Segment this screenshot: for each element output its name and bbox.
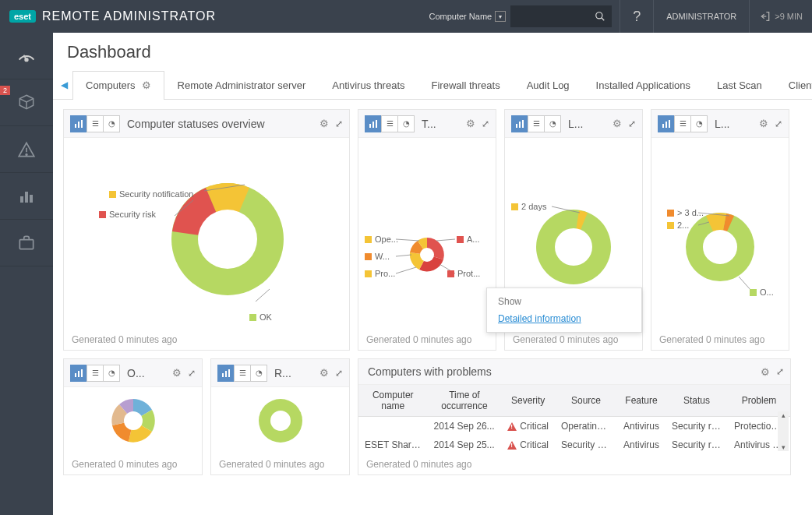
panel-title: L... (715, 118, 759, 130)
col-feature[interactable]: Feature (617, 385, 665, 417)
svg-rect-7 (20, 196, 23, 203)
admin-label[interactable]: ADMINISTRATOR (654, 12, 749, 21)
col-computer-name[interactable]: Computer name (358, 385, 428, 417)
tooltip-popup: Show Detailed information (486, 287, 642, 333)
svg-line-1 (602, 18, 605, 21)
tab-installed-apps[interactable]: Installed Applications (583, 70, 704, 99)
search-icon (595, 11, 605, 22)
svg-point-6 (26, 153, 27, 155)
chart-type-list[interactable]: ☰ (86, 365, 104, 382)
tab-scroll-left[interactable]: ◀ (56, 79, 72, 90)
svg-line-26 (436, 239, 455, 241)
col-source[interactable]: Source (555, 385, 617, 417)
donut-chart (64, 138, 349, 325)
gear-icon[interactable]: ⚙ (320, 118, 329, 129)
chart-type-pie[interactable]: ◔ (103, 365, 120, 382)
svg-rect-47 (225, 371, 227, 377)
scrollbar[interactable]: ▴▾ (778, 411, 789, 451)
panel-footer: Generated 0 minutes ago (64, 330, 349, 350)
critical-icon (507, 422, 517, 431)
chart-type-bar[interactable] (70, 115, 87, 132)
col-severity[interactable]: Severity (501, 385, 555, 417)
chart-type-pie[interactable]: ◔ (103, 115, 120, 132)
expand-icon[interactable]: ⤢ (482, 118, 489, 129)
tab-era-server[interactable]: Remote Administrator server (164, 70, 320, 99)
panel-os: ☰◔ O... ⚙⤢ (63, 358, 203, 475)
chart-type-pie[interactable]: ◔ (690, 115, 708, 132)
tabs-row: ◀ Computers ⚙ Remote Administrator serve… (53, 70, 812, 100)
svg-rect-21 (376, 120, 377, 128)
chart-type-list[interactable]: ☰ (234, 365, 251, 382)
sidebar-item-admin[interactable] (0, 220, 53, 266)
tab-client-tasks[interactable]: Client Tas (775, 70, 812, 99)
tab-audit-log[interactable]: Audit Log (514, 70, 583, 99)
expand-icon[interactable]: ⤢ (335, 368, 343, 379)
panel-last-update: ☰◔ L... ⚙⤢ (651, 109, 789, 351)
gear-icon[interactable]: ⚙ (759, 118, 768, 129)
expand-icon[interactable]: ⤢ (335, 118, 343, 129)
expand-icon[interactable]: ⤢ (188, 368, 196, 379)
panel-footer: Generated 0 minutes ago (651, 330, 789, 350)
sidebar-item-dashboard[interactable] (0, 33, 53, 79)
chart-type-pie[interactable]: ◔ (250, 365, 267, 382)
chart-type-pie[interactable]: ◔ (544, 115, 561, 132)
svg-line-18 (256, 289, 270, 302)
svg-point-45 (124, 411, 143, 430)
logout-icon (759, 10, 771, 23)
chart-type-bar[interactable] (658, 115, 675, 132)
gauge-icon (16, 45, 37, 67)
expand-icon[interactable]: ⤢ (628, 118, 636, 129)
search-label: Computer Name (429, 12, 492, 21)
gear-icon[interactable]: ⚙ (172, 367, 182, 379)
sidebar-item-computers[interactable]: 2 (0, 79, 53, 126)
gear-icon[interactable]: ⚙ (466, 118, 475, 129)
chart-type-bar[interactable] (365, 115, 382, 132)
tab-computers[interactable]: Computers ⚙ (72, 71, 164, 100)
tab-last-scan[interactable]: Last Scan (704, 70, 775, 99)
svg-rect-28 (516, 124, 517, 128)
panel-rogue: ☰◔ R... ⚙⤢ Generated 0 minutes ago (210, 358, 350, 475)
search-scope-dropdown[interactable]: ▾ (495, 11, 506, 22)
chart-type-list[interactable]: ☰ (528, 115, 545, 132)
page-title: Dashboard (53, 33, 812, 70)
gear-icon[interactable]: ⚙ (761, 366, 770, 378)
svg-rect-43 (78, 371, 79, 377)
gear-icon[interactable]: ⚙ (613, 118, 622, 129)
chart-type-pie[interactable]: ◔ (397, 115, 415, 132)
problems-table: Computer name Time of occurrence Severit… (358, 385, 790, 454)
popup-link[interactable]: Detailed information (498, 313, 581, 324)
svg-rect-35 (665, 122, 667, 128)
svg-point-0 (596, 12, 602, 19)
gear-icon[interactable]: ⚙ (142, 79, 151, 91)
sidebar: 2 (0, 33, 53, 515)
panel-title: T... (422, 118, 466, 130)
chart-type-bar[interactable] (511, 115, 528, 132)
tab-antivirus-threats[interactable]: Antivirus threats (319, 70, 418, 99)
expand-icon[interactable]: ⤢ (776, 366, 784, 377)
sidebar-badge: 2 (0, 86, 10, 95)
logout-button[interactable]: >9 MIN (750, 10, 812, 23)
chart-type-bar[interactable] (217, 365, 235, 382)
expand-icon[interactable]: ⤢ (775, 118, 782, 129)
panel-title: R... (274, 367, 320, 379)
help-button[interactable]: ? (620, 0, 653, 33)
chart-type-list[interactable]: ☰ (674, 115, 691, 132)
col-time[interactable]: Time of occurrence (428, 385, 502, 417)
chart-type-list[interactable]: ☰ (86, 115, 104, 132)
col-status[interactable]: Status (665, 385, 728, 417)
table-row[interactable]: 2014 Sep 26... Critical Operating s... A… (358, 417, 790, 436)
donut-chart (358, 138, 496, 325)
panel-title: O... (127, 367, 172, 379)
chart-type-bar[interactable] (70, 365, 87, 382)
gear-icon[interactable]: ⚙ (320, 367, 329, 379)
svg-point-22 (420, 248, 434, 262)
sidebar-item-threats[interactable] (0, 126, 53, 173)
tab-firewall-threats[interactable]: Firewall threats (418, 70, 514, 99)
sidebar-item-reports[interactable] (0, 173, 53, 220)
svg-rect-8 (25, 192, 28, 203)
table-row[interactable]: ESET Shared... 2014 Sep 25... Critical S… (358, 436, 790, 454)
chart-type-list[interactable]: ☰ (381, 115, 398, 132)
panel-computers-with-problems: Computers with problems ⚙⤢ Computer name… (358, 358, 791, 475)
search-input[interactable] (510, 5, 612, 27)
svg-point-38 (703, 230, 737, 264)
